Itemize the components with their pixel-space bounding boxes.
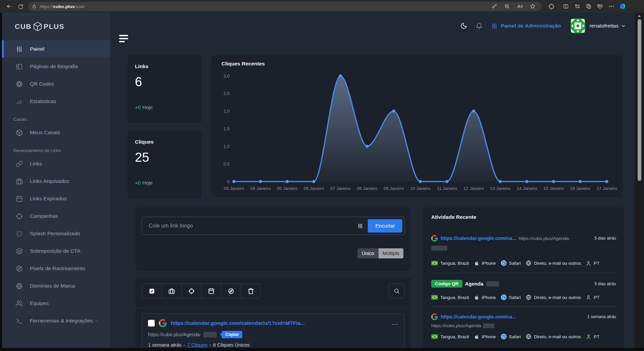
svg-text:17 Janeiro: 17 Janeiro bbox=[597, 186, 617, 191]
archive-button[interactable] bbox=[162, 284, 182, 298]
safari-icon bbox=[501, 294, 507, 300]
url-text: https://cubo.plus/user bbox=[40, 4, 85, 9]
compass-icon bbox=[16, 265, 23, 272]
globe-icon bbox=[526, 294, 532, 300]
browser-back-button[interactable] bbox=[3, 1, 15, 11]
activity-age: 1 semana atrás bbox=[587, 314, 616, 319]
activity-item: https://calendar.google.com/ca... https:… bbox=[431, 235, 616, 242]
read-aloud-icon[interactable] bbox=[514, 1, 526, 11]
activity-url-link[interactable]: https://calendar.google.com/ca... bbox=[441, 236, 516, 241]
address-bar[interactable]: https://cubo.plus/user bbox=[28, 2, 542, 11]
sidebar-item-pixels-rastreamento[interactable]: Pixels de Rastreamento bbox=[2, 260, 110, 277]
expire-button[interactable] bbox=[201, 284, 221, 298]
link-checkbox[interactable] bbox=[148, 320, 155, 327]
svg-text:10 Janeiro: 10 Janeiro bbox=[410, 186, 431, 191]
sidebar-item-links-arquivados[interactable]: Links Arquivados bbox=[2, 172, 110, 190]
link-list-item: https://calendar.google.com/calendar/u/1… bbox=[142, 313, 405, 348]
search-links-button[interactable] bbox=[389, 284, 405, 298]
stat-value: 25 bbox=[135, 150, 149, 165]
clicks-link[interactable]: 7 Cliques bbox=[187, 342, 207, 348]
notifications-bell-icon[interactable] bbox=[476, 22, 483, 30]
links-toolbar bbox=[142, 284, 261, 298]
terminal-icon bbox=[16, 317, 23, 324]
sidebar-item-links[interactable]: Links bbox=[2, 155, 110, 172]
item-menu-button[interactable]: ... bbox=[392, 320, 398, 326]
redacted-slug bbox=[431, 246, 447, 251]
clicks-stat-card: Cliques 25 +0Hoje bbox=[128, 131, 201, 199]
sidebar-item-dominios-marca[interactable]: Domínios de Marca bbox=[2, 277, 110, 295]
sidebar-item-ferramentas-integracoes[interactable]: Ferramentas & Integrações bbox=[2, 312, 110, 330]
mode-multiple-button[interactable]: Múltiplo bbox=[379, 248, 403, 258]
svg-text:1,5: 1,5 bbox=[224, 126, 230, 131]
select-all-button[interactable] bbox=[142, 284, 162, 298]
long-url-link[interactable]: https://calendar.google.com/calendar/u/1… bbox=[171, 320, 305, 326]
zoom-page-icon[interactable] bbox=[501, 1, 513, 11]
short-url-text: https://cubo.plus/Agenda- bbox=[148, 332, 201, 337]
user-menu-chevron-icon[interactable] bbox=[621, 23, 626, 29]
svg-text:3,0: 3,0 bbox=[224, 73, 230, 79]
recent-clicks-chart-card: Cliques Recentes 3,02,52,01,51,00,5003 J… bbox=[211, 55, 623, 197]
sidebar-item-painel[interactable]: Painel bbox=[2, 40, 110, 58]
sidebar-item-sobreposicao-cta[interactable]: Sobreposição de CTA bbox=[2, 242, 110, 260]
sidebar-item-qr-codes[interactable]: QR Codes bbox=[2, 75, 110, 93]
svg-text:06 Janeiro: 06 Janeiro bbox=[304, 186, 324, 191]
svg-text:15 Janeiro: 15 Janeiro bbox=[543, 186, 564, 191]
globe-icon bbox=[526, 260, 532, 266]
brazil-flag-icon bbox=[431, 295, 438, 300]
link-shortener-card: Encurtar Único Múltiplo bbox=[136, 207, 411, 271]
activity-item: Código QR Agenda 5 dias atrás bbox=[431, 280, 616, 288]
sliders-icon bbox=[16, 46, 23, 53]
browser-refresh-button[interactable] bbox=[15, 1, 26, 11]
username-label[interactable]: renatofreitas bbox=[590, 23, 618, 29]
sidebar-item-campanhas[interactable]: Campanhas bbox=[2, 207, 110, 225]
scrollbar-up-arrow[interactable] bbox=[638, 15, 641, 17]
google-favicon bbox=[431, 235, 438, 242]
password-key-icon[interactable] bbox=[489, 1, 500, 11]
dark-mode-toggle-icon[interactable] bbox=[460, 22, 467, 30]
brazil-flag-icon bbox=[431, 334, 438, 339]
apple-icon bbox=[474, 334, 480, 340]
shorten-options-button[interactable] bbox=[352, 219, 368, 233]
svg-text:04 Janeiro: 04 Janeiro bbox=[250, 186, 271, 191]
splash-icon bbox=[16, 230, 23, 237]
favorites-icon[interactable] bbox=[572, 1, 583, 11]
favorite-star-icon[interactable] bbox=[527, 1, 538, 11]
sidebar-item-equipes[interactable]: Equipes bbox=[2, 295, 110, 312]
admin-panel-link[interactable]: Painel de Administração bbox=[491, 23, 561, 29]
logo-text-left: CUB bbox=[15, 22, 32, 31]
activity-age: 5 dias atrás bbox=[594, 282, 616, 286]
cubo-plus-logo[interactable]: CUB PLUS bbox=[2, 13, 110, 40]
split-screen-icon[interactable] bbox=[560, 1, 572, 11]
target-icon bbox=[16, 213, 23, 220]
shorten-button[interactable]: Encurtar bbox=[368, 219, 402, 233]
browser-essentials-icon[interactable] bbox=[594, 1, 606, 11]
extensions-icon[interactable] bbox=[546, 1, 557, 11]
toolbar-separator bbox=[558, 3, 559, 9]
box-icon bbox=[16, 129, 23, 136]
pixel-button[interactable] bbox=[221, 284, 241, 298]
scrollbar-thumb[interactable] bbox=[638, 19, 641, 181]
sidebar-item-estatisticas[interactable]: Estatisticas bbox=[2, 93, 110, 110]
copilot-icon[interactable] bbox=[617, 1, 629, 11]
mode-toggle: Único Múltiplo bbox=[357, 248, 403, 258]
qr-code-badge: Código QR bbox=[431, 280, 462, 288]
copy-button[interactable]: Copiar bbox=[222, 331, 243, 338]
calendar-icon bbox=[16, 195, 23, 202]
user-avatar[interactable] bbox=[571, 18, 585, 33]
svg-text:16 Janeiro: 16 Janeiro bbox=[570, 186, 590, 191]
mode-single-button[interactable]: Único bbox=[357, 248, 379, 258]
activity-item: https://calendar.google.com/ca... 1 sema… bbox=[431, 313, 616, 320]
activity-url-link[interactable]: https://calendar.google.com/ca... bbox=[441, 314, 516, 319]
sidebar-item-meus-canais[interactable]: Meus Canais bbox=[2, 124, 110, 141]
sidebar-item-splash-personalizado[interactable]: Splash Personalizado bbox=[2, 225, 110, 242]
browser-menu-icon[interactable] bbox=[606, 1, 617, 11]
hamburger-menu-button[interactable] bbox=[119, 35, 128, 42]
delete-button[interactable] bbox=[241, 284, 260, 298]
briefcase-icon bbox=[16, 178, 23, 185]
aperture-icon bbox=[16, 81, 23, 88]
sidebar-item-links-expirados[interactable]: Links Expirados bbox=[2, 190, 110, 207]
sidebar-item-paginas-biografia[interactable]: Páginas de Biografia bbox=[2, 58, 110, 75]
svg-text:12 Janeiro: 12 Janeiro bbox=[463, 186, 484, 191]
campaign-button[interactable] bbox=[182, 284, 201, 298]
collections-icon[interactable] bbox=[583, 1, 594, 11]
